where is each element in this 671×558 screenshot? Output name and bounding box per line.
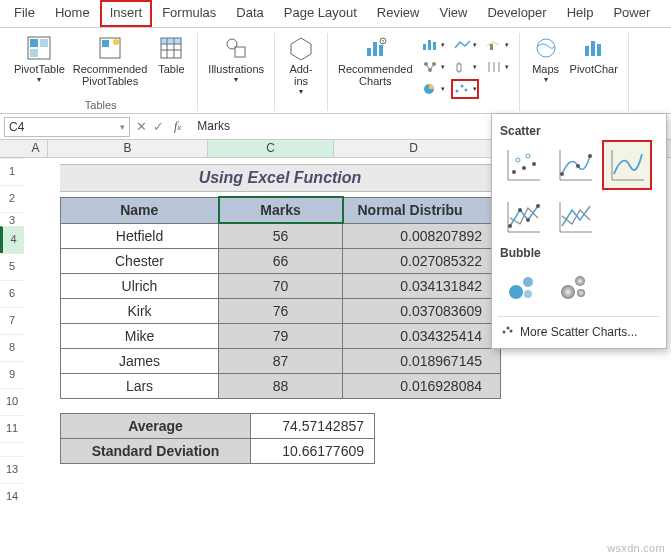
stat-key[interactable]: Average: [61, 414, 251, 439]
svg-point-49: [526, 154, 530, 158]
svg-rect-1: [30, 39, 38, 47]
name-box-value: C4: [9, 120, 24, 134]
more-charts-icon: [500, 323, 514, 340]
svg-point-72: [503, 331, 506, 334]
recommended-pivottables-button[interactable]: Recommended PivotTables: [69, 33, 152, 97]
row-header[interactable]: 6: [0, 280, 24, 307]
statistic-chart-dropdown[interactable]: ▾: [451, 57, 479, 77]
row-header[interactable]: 9: [0, 361, 24, 388]
row-header[interactable]: 14: [0, 483, 24, 510]
row-header[interactable]: 2: [0, 185, 24, 212]
illustrations-button[interactable]: Illustrations ▾: [204, 33, 268, 97]
col-header-D[interactable]: D: [334, 140, 494, 157]
row-header[interactable]: 8: [0, 334, 24, 361]
tab-review[interactable]: Review: [367, 0, 430, 27]
scatter-chart-dropdown[interactable]: ▾: [451, 79, 479, 99]
more-scatter-charts[interactable]: More Scatter Charts...: [498, 316, 660, 342]
recommended-charts-button[interactable]: ? Recommended Charts: [334, 33, 417, 101]
svg-point-6: [113, 39, 119, 45]
row-header[interactable]: [0, 442, 24, 456]
column-chart-dropdown[interactable]: ▾: [419, 35, 447, 55]
pie-chart-dropdown[interactable]: ▾: [419, 79, 447, 99]
pivottable-button[interactable]: PivotTable ▾: [10, 33, 69, 97]
th-nd: Normal Distribu: [343, 197, 501, 223]
recommended-pivot-label: Recommended PivotTables: [73, 63, 148, 87]
tab-view[interactable]: View: [429, 0, 477, 27]
col-header-A[interactable]: A: [24, 140, 48, 157]
row-header[interactable]: 1: [0, 158, 24, 185]
scatter-straight-markers-option[interactable]: [498, 192, 548, 242]
row-header[interactable]: 13: [0, 456, 24, 483]
scatter-smooth-lines-option[interactable]: [602, 140, 652, 190]
stat-val[interactable]: 74.57142857: [251, 414, 375, 439]
cancel-icon[interactable]: ✕: [136, 119, 147, 134]
svg-rect-30: [457, 64, 461, 71]
svg-point-33: [455, 90, 458, 93]
addins-icon: [288, 35, 314, 61]
scatter-straight-lines-option[interactable]: [550, 192, 600, 242]
scatter-plain-option[interactable]: [498, 140, 548, 190]
scatter-section-label: Scatter: [498, 120, 660, 140]
svg-rect-36: [490, 44, 493, 50]
table-icon: [158, 35, 184, 61]
stat-key[interactable]: Standard Deviation: [61, 439, 251, 464]
row-header[interactable]: 4: [0, 226, 24, 253]
illustrations-icon: [223, 35, 249, 61]
th-marks[interactable]: Marks: [219, 197, 343, 223]
scatter-smooth-markers-option[interactable]: [550, 140, 600, 190]
svg-marker-15: [291, 38, 311, 60]
accept-icon[interactable]: ✓: [153, 119, 164, 134]
svg-point-54: [576, 164, 580, 168]
row-header[interactable]: 5: [0, 253, 24, 280]
tab-help[interactable]: Help: [557, 0, 604, 27]
bubble-3d-option[interactable]: [550, 262, 600, 312]
svg-text:?: ?: [382, 39, 385, 45]
scatter-chart-popup: Scatter Bubble More Scatter Charts...: [491, 113, 667, 349]
col-header-C[interactable]: C: [208, 140, 334, 157]
tab-formulas[interactable]: Formulas: [152, 0, 226, 27]
watermark: wsxdn.com: [607, 542, 665, 554]
row-header[interactable]: 3: [0, 212, 24, 226]
tab-data[interactable]: Data: [226, 0, 273, 27]
pivotchart-button[interactable]: PivotChar: [566, 33, 622, 97]
fx-icon[interactable]: fx: [170, 119, 185, 134]
pivotchart-icon: [581, 35, 607, 61]
row-headers: 1 2 3 4 5 6 7 8 9 10 11 13 14: [0, 158, 24, 510]
tab-insert[interactable]: Insert: [100, 0, 153, 27]
recommended-pivot-icon: [97, 35, 123, 61]
svg-rect-3: [40, 39, 48, 47]
row-header[interactable]: 11: [0, 415, 24, 442]
combo-chart-dropdown[interactable]: ▾: [483, 35, 511, 55]
chevron-down-icon: ▾: [234, 75, 238, 84]
stats-table: Average74.57142857 Standard Deviation10.…: [60, 413, 375, 464]
tab-home[interactable]: Home: [45, 0, 100, 27]
bubble-2d-option[interactable]: [498, 262, 548, 312]
tab-power[interactable]: Power: [603, 0, 660, 27]
chevron-down-icon: ▾: [120, 122, 125, 132]
ribbon: PivotTable ▾ Recommended PivotTables Tab…: [0, 28, 671, 114]
tab-file[interactable]: File: [4, 0, 45, 27]
svg-point-35: [464, 89, 467, 92]
table-button[interactable]: Table: [151, 33, 191, 97]
pivotchart-label: PivotChar: [570, 63, 618, 75]
addins-button[interactable]: Add- ins ▾: [281, 33, 321, 97]
line-chart-dropdown[interactable]: ▾: [451, 35, 479, 55]
maps-button[interactable]: Maps ▾: [526, 33, 566, 97]
svg-point-53: [560, 172, 564, 176]
bubble-section-label: Bubble: [498, 242, 660, 262]
name-box[interactable]: C4 ▾: [4, 117, 130, 137]
col-header-B[interactable]: B: [48, 140, 208, 157]
tab-page-layout[interactable]: Page Layout: [274, 0, 367, 27]
hierarchy-chart-dropdown[interactable]: ▾: [419, 57, 447, 77]
row-header[interactable]: 10: [0, 388, 24, 415]
stat-val[interactable]: 10.66177609: [251, 439, 375, 464]
svg-rect-14: [235, 47, 245, 57]
stock-chart-dropdown[interactable]: ▾: [483, 57, 511, 77]
row-header[interactable]: 7: [0, 307, 24, 334]
svg-rect-43: [597, 44, 601, 56]
table-row: Ulrich700.034131842: [61, 274, 501, 299]
svg-rect-12: [161, 38, 181, 44]
table-row: Hetfield560.008207892: [61, 223, 501, 249]
tab-developer[interactable]: Developer: [477, 0, 556, 27]
sheet-title: Using Excel Function: [60, 164, 500, 192]
